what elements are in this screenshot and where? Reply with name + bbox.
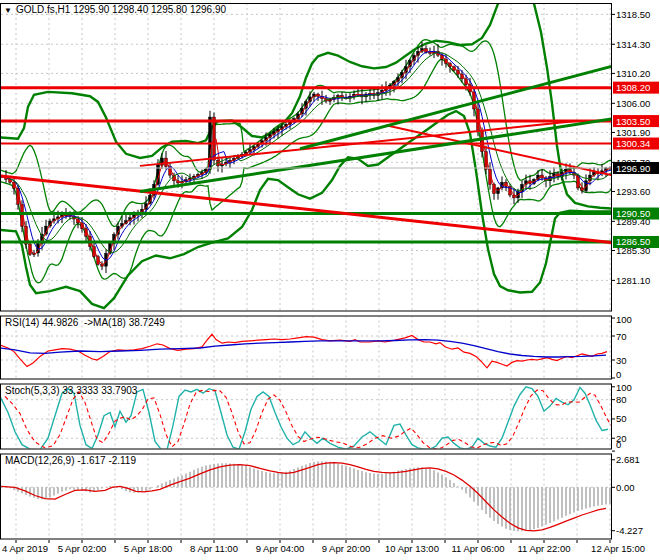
time-label: 5 Apr 18:00 — [124, 543, 173, 554]
main-panel-border — [1, 4, 612, 312]
price-tick-label: 1314.30 — [616, 39, 650, 50]
rsi-indicator-label: RSI(14) 44.9826 ->MA(18) 38.7249 — [5, 317, 165, 328]
price-badge-label: 1286.50 — [616, 236, 650, 247]
stoch-tick-label: 0 — [616, 439, 621, 450]
stoch-tick-label: 50 — [616, 413, 627, 424]
bear-candle — [213, 117, 216, 160]
stoch-indicator-label: Stoch(5,3,3) 33.3333 33.7903 — [5, 385, 137, 396]
rsi-ma-line — [0, 340, 606, 357]
time-label: 12 Apr 15:00 — [591, 543, 645, 554]
stoch-k-line — [0, 387, 608, 450]
price-tick-label: 1281.10 — [616, 275, 650, 286]
price-badge-label: 1303.50 — [616, 116, 650, 127]
price-badge-label: 1308.20 — [616, 82, 650, 93]
price-badge-label: 1290.50 — [616, 208, 650, 219]
macd-tick-label: 2.681 — [616, 454, 640, 465]
chart-title: GOLD.fs,H1 1295.90 1298.40 1295.80 1296.… — [16, 4, 226, 15]
macd-tick-label: -4.227 — [616, 525, 643, 536]
symbol-dropdown-icon[interactable]: ▼ — [4, 6, 12, 15]
macd-tick-label: 0.00 — [616, 482, 635, 493]
chart-window: 1318.501314.301310.201306.001301.901297.… — [0, 0, 660, 560]
time-label: 10 Apr 13:00 — [385, 543, 439, 554]
trend-line[interactable] — [300, 66, 612, 149]
time-label: 11 Apr 06:00 — [451, 543, 504, 554]
rsi-tick-label: 100 — [616, 314, 632, 325]
macd-histogram — [2, 461, 610, 531]
rsi-tick-label: 30 — [616, 355, 627, 366]
time-label: 9 Apr 20:00 — [322, 543, 371, 554]
bb-tight-lower — [0, 59, 612, 282]
time-label: 11 Apr 22:00 — [517, 543, 570, 554]
price-tick-label: 1310.20 — [616, 68, 650, 79]
chart-canvas[interactable]: 1318.501314.301310.201306.001301.901297.… — [0, 0, 660, 560]
trend-line[interactable] — [0, 176, 612, 243]
price-tick-label: 1301.90 — [616, 127, 650, 138]
macd-indicator-label: MACD(12,26,9) -1.617 -2.119 — [5, 455, 136, 466]
rsi-tick-label: 70 — [616, 331, 627, 342]
chart-title-bar: ▼GOLD.fs,H1 1295.90 1298.40 1295.80 1296… — [4, 4, 226, 15]
rsi-tick-label: 0 — [616, 369, 621, 380]
macd-signal-line — [0, 463, 606, 531]
price-tick-label: 1293.60 — [616, 186, 650, 197]
ma-slow — [0, 53, 612, 253]
price-badge-label: 1300.34 — [616, 138, 650, 149]
stoch-tick-label: 100 — [616, 382, 632, 393]
price-tick-label: 1318.50 — [616, 9, 650, 20]
time-label: 4 Apr 2019 — [2, 543, 48, 554]
stoch-tick-label: 80 — [616, 394, 627, 405]
macd-layer — [0, 454, 611, 540]
price-badge-label: 1296.90 — [616, 163, 650, 174]
time-label: 8 Apr 11:00 — [190, 543, 238, 554]
time-label: 5 Apr 02:00 — [58, 543, 107, 554]
main-chart-layer — [0, 0, 612, 312]
price-tick-label: 1306.00 — [616, 98, 650, 109]
time-label: 9 Apr 04:00 — [256, 543, 305, 554]
